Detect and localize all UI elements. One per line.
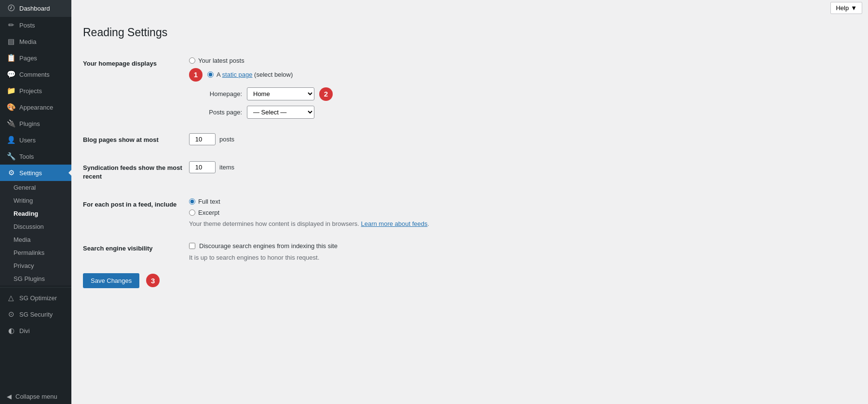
row-blog-pages: Blog pages show at most posts [83, 126, 856, 154]
row-homepage-displays: Your homepage displays Your latest posts [83, 50, 856, 126]
sidebar-item-divi-label: Divi [19, 327, 30, 334]
field-syndication-feeds: items [189, 154, 856, 191]
radio-static-page-label: A static page (select below) [217, 71, 293, 78]
radio-full-text-label: Full text [198, 198, 220, 205]
sidebar-item-dashboard[interactable]: Dashboard [0, 0, 71, 17]
row-feed-content: For each post in a feed, include Full te… [83, 191, 856, 235]
annotation-badge-3: 3 [146, 274, 160, 287]
sidebar-item-appearance-label: Appearance [19, 104, 53, 111]
field-blog-pages: posts [189, 126, 856, 154]
syndication-feeds-input-row: items [189, 161, 856, 173]
static-page-link[interactable]: static page [222, 71, 253, 78]
radio-latest-posts[interactable] [189, 57, 195, 64]
topbar: Help ▼ [71, 0, 868, 16]
search-visibility-checkbox[interactable] [189, 243, 195, 249]
page-content: Reading Settings Your homepage displays [71, 16, 868, 404]
homepage-radio-latest: Your latest posts [189, 57, 244, 64]
sidebar-item-users[interactable]: 👤 Users [0, 132, 71, 148]
sidebar-item-comments-label: Comments [19, 71, 50, 78]
collapse-label: Collapse menu [15, 393, 57, 400]
row-search-visibility: Search engine visibility Discourage sear… [83, 235, 856, 268]
sidebar-item-plugins[interactable]: 🔌 Plugins [0, 115, 71, 132]
homepage-select-row: Homepage: Home Sample Page About 2 [199, 87, 856, 101]
sidebar-item-appearance[interactable]: 🎨 Appearance [0, 99, 71, 115]
collapse-menu-button[interactable]: ◀ Collapse menu [0, 389, 71, 404]
sidebar-item-divi[interactable]: ◐ Divi [0, 322, 71, 339]
search-visibility-checkbox-row: Discourage search engines from indexing … [189, 242, 856, 251]
help-button[interactable]: Help ▼ [830, 2, 862, 14]
help-arrow-icon: ▼ [851, 4, 857, 12]
sg-security-icon: ⊙ [7, 310, 15, 319]
help-label: Help [836, 4, 849, 12]
sidebar-item-pages[interactable]: 📋 Pages [0, 50, 71, 66]
sidebar-item-projects[interactable]: 📁 Projects [0, 83, 71, 99]
submenu-item-writing[interactable]: Writing [0, 194, 71, 207]
label-syndication-feeds: Syndication feeds show the most recent [83, 154, 189, 191]
radio-full-text-input[interactable] [189, 198, 195, 205]
field-homepage-displays: Your latest posts 1 A st [189, 50, 856, 126]
radio-excerpt-label: Excerpt [198, 209, 219, 216]
label-search-visibility: Search engine visibility [83, 235, 189, 268]
homepage-select[interactable]: Home Sample Page About [247, 87, 314, 100]
search-visibility-help: It is up to search engines to honor this… [189, 254, 856, 261]
sidebar-item-comments[interactable]: 💬 Comments [0, 66, 71, 83]
sidebar-item-settings[interactable]: ⚙ Settings [0, 165, 71, 181]
radio-full-text: Full text [189, 198, 856, 205]
sidebar: Dashboard ✏ Posts ▤ Media 📋 Pages 💬 Comm… [0, 0, 71, 404]
posts-page-select-row: Posts page: — Select — Blog News [199, 106, 856, 119]
submenu-item-privacy[interactable]: Privacy [0, 259, 71, 272]
submenu-item-media[interactable]: Media [0, 233, 71, 246]
homepage-radio-static: A static page (select below) [207, 71, 293, 78]
posts-icon: ✏ [7, 21, 15, 29]
sidebar-item-sg-optimizer[interactable]: △ SG Optimizer [0, 290, 71, 306]
label-homepage-displays: Your homepage displays [83, 50, 189, 126]
form-table: Your homepage displays Your latest posts [83, 50, 856, 268]
tools-icon: 🔧 [7, 152, 15, 161]
sidebar-item-plugins-label: Plugins [19, 120, 40, 127]
radio-latest-posts-label: Your latest posts [198, 57, 244, 64]
comments-icon: 💬 [7, 70, 15, 79]
sidebar-divider [0, 287, 71, 288]
syndication-feeds-input[interactable] [189, 161, 216, 173]
posts-page-select-label: Posts page: [199, 109, 242, 116]
label-blog-pages: Blog pages show at most [83, 126, 189, 154]
save-changes-button[interactable]: Save Changes [83, 273, 139, 288]
settings-form: Your homepage displays Your latest posts [83, 50, 856, 293]
submenu-item-permalinks[interactable]: Permalinks [0, 246, 71, 259]
page-select-group: Homepage: Home Sample Page About 2 [189, 87, 856, 119]
sidebar-item-posts[interactable]: ✏ Posts [0, 17, 71, 33]
search-visibility-checkbox-label: Discourage search engines from indexing … [199, 242, 338, 251]
radio-static-page[interactable] [207, 71, 214, 78]
sidebar-item-dashboard-label: Dashboard [19, 5, 50, 12]
submit-row: Save Changes 3 [83, 268, 856, 293]
page-title: Reading Settings [83, 26, 856, 40]
sidebar-item-sg-security[interactable]: ⊙ SG Security [0, 306, 71, 322]
users-icon: 👤 [7, 136, 15, 144]
homepage-select-label: Homepage: [199, 90, 242, 98]
sidebar-item-projects-label: Projects [19, 87, 42, 95]
plugins-icon: 🔌 [7, 119, 15, 128]
sidebar-item-tools[interactable]: 🔧 Tools [0, 148, 71, 165]
submenu-item-discussion[interactable]: Discussion [0, 220, 71, 233]
submenu-item-sg-plugins[interactable]: SG Plugins [0, 272, 71, 285]
annotation-badge-2: 2 [319, 87, 333, 101]
learn-more-feeds-link[interactable]: Learn more about feeds [361, 220, 428, 227]
main-content: Help ▼ Reading Settings Your homepage di… [71, 0, 868, 404]
pages-icon: 📋 [7, 54, 15, 62]
sidebar-item-media[interactable]: ▤ Media [0, 33, 71, 50]
submenu-item-general[interactable]: General [0, 181, 71, 194]
posts-page-select[interactable]: — Select — Blog News [247, 106, 314, 119]
sidebar-item-tools-label: Tools [19, 153, 34, 160]
divi-icon: ◐ [7, 326, 15, 335]
sidebar-item-media-label: Media [19, 38, 36, 45]
sidebar-item-sg-optimizer-label: SG Optimizer [19, 294, 57, 302]
sidebar-item-settings-label: Settings [19, 169, 42, 177]
label-feed-content: For each post in a feed, include [83, 191, 189, 235]
collapse-icon: ◀ [7, 393, 12, 400]
blog-pages-input[interactable] [189, 133, 216, 145]
feed-help-text: Your theme determines how content is dis… [189, 220, 856, 227]
blog-pages-suffix: posts [219, 136, 234, 143]
radio-excerpt-input[interactable] [189, 209, 195, 216]
blog-pages-input-row: posts [189, 133, 856, 145]
submenu-item-reading[interactable]: Reading [0, 207, 71, 220]
